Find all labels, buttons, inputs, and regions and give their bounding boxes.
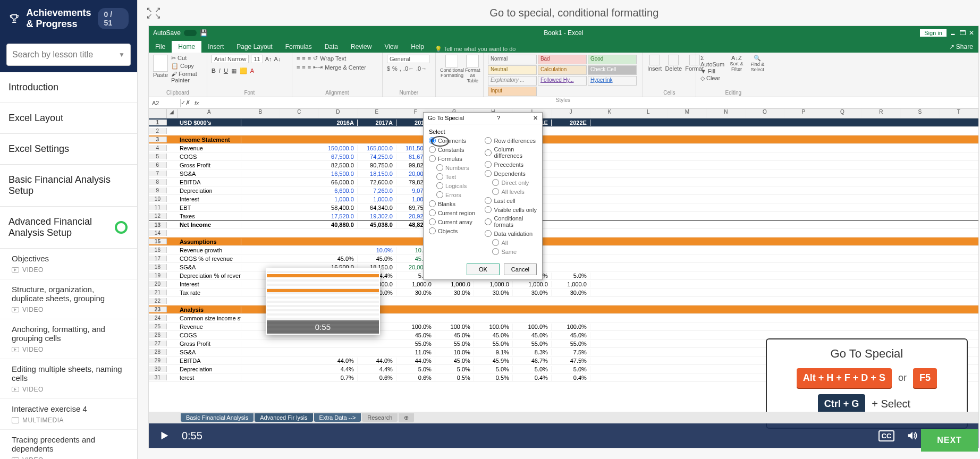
radio-option[interactable]: Row differences — [485, 137, 537, 144]
expand-icon[interactable]: ↖ ↗↙ ↘ — [146, 7, 161, 19]
radio-option[interactable]: Errors — [429, 191, 481, 198]
format-painter[interactable]: 🖌 Format Painter — [171, 71, 202, 83]
radio-option[interactable]: Visible cells only — [485, 206, 537, 213]
radio-option[interactable]: Same — [485, 248, 537, 255]
keycap: Alt + H + F + D + S — [797, 368, 892, 388]
lesson-item[interactable]: Structure, organization, duplicate sheet… — [0, 279, 137, 319]
fill-color[interactable]: 🟨 — [240, 67, 247, 74]
radio-option[interactable]: Current array — [429, 218, 481, 225]
cancel-button[interactable]: Cancel — [504, 264, 537, 275]
video-controls: 0:55 CC — [149, 423, 978, 448]
conditional-formatting[interactable]: Conditional Formatting — [440, 55, 464, 78]
italic-button[interactable]: I — [219, 67, 221, 74]
search-input-wrap[interactable]: ▼ — [6, 44, 131, 66]
font-size[interactable]: 11 — [251, 55, 263, 63]
sidebar: Achievements & Progress 0 / 51 ▼ Introdu… — [0, 0, 138, 459]
radio-option[interactable]: Constants — [429, 146, 481, 153]
section-advanced-fin[interactable]: Advanced Financial Analysis Setup — [0, 207, 137, 249]
radio-option[interactable]: Column differences — [485, 146, 537, 159]
tab-help[interactable]: Help — [404, 41, 430, 53]
section-introduction[interactable]: Introduction — [0, 72, 137, 103]
radio-option[interactable]: Last cell — [485, 197, 537, 204]
underline-button[interactable]: U — [224, 67, 228, 74]
radio-option[interactable]: Numbers — [429, 164, 481, 171]
radio-option[interactable]: Dependents — [485, 170, 537, 177]
close-icon[interactable]: ✕ — [969, 29, 974, 37]
next-button[interactable]: NEXT — [921, 429, 978, 452]
tell-me[interactable]: 💡 Tell me what you want to do — [435, 46, 516, 53]
lesson-item[interactable]: Editing multiple sheets, naming cells VI… — [0, 359, 137, 399]
tab-view[interactable]: View — [378, 41, 404, 53]
sort-filter[interactable]: A↓ZSort & Filter — [729, 55, 745, 72]
sheet-tab[interactable]: Advanced Fir lysis — [255, 413, 312, 422]
sheet-tab[interactable]: Research — [362, 413, 398, 422]
play-button[interactable] — [156, 428, 172, 444]
font-name[interactable]: Arial Narrow — [212, 55, 249, 63]
paste-icon[interactable] — [153, 55, 168, 72]
cell-styles[interactable]: Normal Bad Good Neutral Calculation Chec… — [488, 55, 637, 96]
save-icon[interactable]: 💾 — [200, 29, 208, 37]
lesson-item[interactable]: Tracing precedents and dependents VIDEO — [0, 430, 137, 459]
bold-button[interactable]: B — [212, 67, 216, 74]
sheet-tab[interactable]: Basic Financial Analysis — [181, 413, 254, 422]
number-format[interactable]: General — [387, 55, 429, 63]
tab-file[interactable]: File — [149, 41, 172, 53]
radio-option[interactable]: Data validation — [485, 230, 537, 237]
section-excel-settings[interactable]: Excel Settings — [0, 134, 137, 165]
tab-formulas[interactable]: Formulas — [279, 41, 318, 53]
lesson-item[interactable]: Interactive exercise 4 MULTIMEDIA — [0, 399, 137, 430]
section-basic-fin[interactable]: Basic Financial Analysis Setup — [0, 165, 137, 207]
name-box[interactable]: A2 — [149, 99, 181, 107]
radio-option[interactable]: Current region — [429, 209, 481, 216]
maximize-icon[interactable]: 🗖 — [959, 29, 966, 37]
tab-home[interactable]: Home — [172, 41, 201, 53]
share-button[interactable]: ↗ Share — [944, 41, 978, 53]
wrap-text[interactable]: Wrap Text — [320, 55, 346, 62]
delete-cells[interactable]: Delete — [665, 55, 682, 72]
radio-option[interactable]: Formulas — [429, 155, 481, 162]
video-wrap: AutoSave 💾 Book1 - Excel Sign in 🗕 🗖 ✕ F… — [138, 26, 980, 459]
tab-review[interactable]: Review — [344, 41, 378, 53]
ok-button[interactable]: OK — [467, 264, 500, 275]
font-color[interactable]: A — [250, 67, 254, 74]
new-sheet[interactable]: ⊕ — [399, 413, 414, 422]
chevron-down-icon: ▼ — [119, 51, 125, 58]
radio-option[interactable]: Logicals — [429, 182, 481, 189]
minimize-icon[interactable]: 🗕 — [950, 29, 956, 37]
lesson-item[interactable]: Objectives VIDEO — [0, 249, 137, 279]
fill[interactable]: ▼ Fill — [700, 68, 724, 74]
cc-button[interactable]: CC — [878, 428, 894, 444]
volume-button[interactable] — [904, 428, 920, 444]
format-as-table[interactable]: Format as Table — [465, 55, 480, 83]
section-excel-layout[interactable]: Excel Layout — [0, 103, 137, 134]
tab-data[interactable]: Data — [318, 41, 344, 53]
lesson-title: Interactive exercise 4 — [12, 404, 125, 413]
radio-option[interactable]: Direct only — [485, 179, 537, 186]
tab-insert[interactable]: Insert — [201, 41, 230, 53]
lesson-item[interactable]: Anchoring, formatting, and grouping cell… — [0, 319, 137, 359]
video-frame[interactable]: AutoSave 💾 Book1 - Excel Sign in 🗕 🗖 ✕ F… — [148, 26, 979, 448]
close-icon[interactable]: ✕ — [533, 115, 538, 122]
sidebar-scroll[interactable]: Introduction Excel Layout Excel Settings… — [0, 72, 137, 459]
cut-button[interactable]: ✂ Cut — [171, 55, 202, 62]
fx-icon[interactable]: fx — [190, 100, 204, 106]
copy-button[interactable]: 📋 Copy — [171, 63, 202, 70]
search-input[interactable] — [12, 50, 119, 60]
radio-option[interactable]: Precedents — [485, 161, 537, 168]
radio-option[interactable]: Text — [429, 173, 481, 180]
border-button[interactable]: ▦ — [231, 67, 236, 74]
clear[interactable]: ◇ Clear — [700, 75, 724, 82]
signin-button[interactable]: Sign in — [920, 29, 947, 37]
autosum[interactable]: Σ AutoSum — [700, 55, 724, 67]
merge-center[interactable]: Merge & Center — [325, 64, 366, 71]
radio-option[interactable]: Blanks — [429, 200, 481, 207]
radio-option[interactable]: All levels — [485, 188, 537, 195]
radio-option[interactable]: Objects — [429, 227, 481, 234]
autosave-toggle[interactable] — [184, 30, 197, 36]
find-select[interactable]: 🔍Find & Select — [749, 55, 766, 72]
radio-option[interactable]: Conditional formats — [485, 215, 537, 228]
insert-cells[interactable]: Insert — [647, 55, 662, 72]
radio-option[interactable]: All — [485, 239, 537, 246]
tab-page-layout[interactable]: Page Layout — [230, 41, 278, 53]
sheet-tab[interactable]: Extra Data --> — [314, 413, 361, 422]
